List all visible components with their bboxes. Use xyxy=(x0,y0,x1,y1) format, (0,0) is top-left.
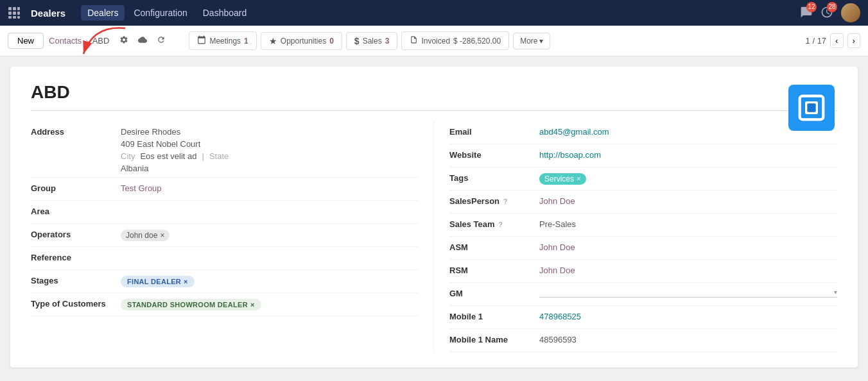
user-avatar[interactable] xyxy=(841,3,860,22)
toolbar: New Contacts › ABD xyxy=(0,26,868,56)
customer-type-name: STANDARD SHOWROOM DEALER xyxy=(127,301,248,309)
opportunities-count: 0 xyxy=(329,37,334,46)
mobile1-label: Mobile 1 xyxy=(449,310,539,321)
address-name[interactable]: Desiree Rhodes xyxy=(121,127,418,137)
pagination: 1 / 17 ‹ › xyxy=(806,33,860,48)
area-field: Area xyxy=(31,201,418,224)
website-value[interactable]: http://bsoap.com xyxy=(539,148,837,160)
top-navigation: Dealers Dealers Configuration Dashboard … xyxy=(0,0,868,26)
state-placeholder: State xyxy=(209,151,229,161)
customer-type-remove-icon[interactable]: × xyxy=(250,301,255,309)
stages-value: FINAL DEALER × xyxy=(121,274,418,287)
meetings-label: Meetings xyxy=(209,37,241,46)
group-value[interactable]: Test Group xyxy=(121,182,418,193)
refresh-icon[interactable] xyxy=(154,34,168,47)
breadcrumb-current: ABD xyxy=(92,36,110,46)
invoiced-button[interactable]: Invoiced $ -286,520.00 xyxy=(401,31,509,50)
activity-icon[interactable]: 28 xyxy=(820,6,833,21)
group-field: Group Test Group xyxy=(31,178,418,201)
rsm-value[interactable]: John Doe xyxy=(539,264,837,275)
svg-rect-5 xyxy=(17,12,20,15)
meetings-button[interactable]: Meetings 1 xyxy=(189,31,256,50)
sales-team-value: Pre-Sales xyxy=(539,217,837,229)
settings-icon[interactable] xyxy=(117,34,131,47)
operator-remove-icon[interactable]: × xyxy=(160,231,164,240)
pagination-next[interactable]: › xyxy=(847,33,860,48)
nav-dealers[interactable]: Dealers xyxy=(81,5,125,21)
address-city-row: City Eos est velit ad | State xyxy=(121,151,418,161)
address-country: Albania xyxy=(121,164,418,173)
tag-remove-icon[interactable]: × xyxy=(577,174,581,183)
svg-rect-2 xyxy=(17,7,20,10)
cloud-icon[interactable] xyxy=(135,34,150,47)
svg-rect-4 xyxy=(13,12,16,15)
address-street[interactable]: 409 East Nobel Court xyxy=(121,139,418,149)
breadcrumb: Contacts › ABD xyxy=(49,36,109,46)
asm-label: ASM xyxy=(449,241,539,252)
pagination-prev[interactable]: ‹ xyxy=(830,33,843,48)
stage-badge: FINAL DEALER × xyxy=(121,276,195,287)
messages-badge: 12 xyxy=(806,2,817,12)
reference-field: Reference xyxy=(31,247,418,270)
svg-rect-6 xyxy=(8,16,12,19)
opportunities-label: Opportunities xyxy=(281,37,326,46)
group-label: Group xyxy=(31,182,121,193)
opportunities-button[interactable]: ★ Opportunities 0 xyxy=(261,32,342,50)
svg-rect-3 xyxy=(8,12,12,15)
sales-team-help-icon: ? xyxy=(498,221,503,228)
record-title: ABD xyxy=(31,82,837,111)
email-field: Email abd45@gmail.com xyxy=(449,121,837,144)
tags-field: Tags Services × xyxy=(449,167,837,190)
type-of-customers-value: STANDARD SHOWROOM DEALER × xyxy=(121,297,418,310)
stages-label: Stages xyxy=(31,274,121,285)
calendar-icon xyxy=(197,35,206,46)
area-value[interactable] xyxy=(121,205,418,207)
nav-dashboard[interactable]: Dashboard xyxy=(196,5,254,21)
stage-remove-icon[interactable]: × xyxy=(184,278,188,285)
breadcrumb-contacts[interactable]: Contacts xyxy=(49,36,82,46)
more-button[interactable]: More ▾ xyxy=(513,33,550,49)
reference-label: Reference xyxy=(31,251,121,262)
svg-rect-0 xyxy=(8,7,12,10)
nav-configuration[interactable]: Configuration xyxy=(127,5,193,21)
meetings-count: 1 xyxy=(244,37,248,46)
sales-button[interactable]: $ Sales 3 xyxy=(346,32,398,50)
website-field: Website http://bsoap.com xyxy=(449,144,837,167)
invoiced-amount: $ -286,520.00 xyxy=(453,37,501,46)
tags-label: Tags xyxy=(449,171,539,183)
action-buttons: Meetings 1 ★ Opportunities 0 $ Sales 3 I… xyxy=(189,31,550,50)
pagination-text: 1 / 17 xyxy=(806,36,827,46)
sales-count: 3 xyxy=(385,37,390,46)
stages-field: Stages FINAL DEALER × xyxy=(31,270,418,293)
address-state-sep: | xyxy=(202,151,204,161)
new-button[interactable]: New xyxy=(8,33,44,49)
form-grid: Address Desiree Rhodes 409 East Nobel Co… xyxy=(31,121,837,352)
address-label: Address xyxy=(31,125,121,137)
svg-rect-1 xyxy=(13,7,16,10)
type-of-customers-label: Type of Customers xyxy=(31,297,121,309)
reference-value[interactable] xyxy=(121,251,418,253)
gm-value[interactable]: ▾ xyxy=(539,287,837,298)
stage-name: FINAL DEALER xyxy=(127,278,181,285)
customer-badge: STANDARD SHOWROOM DEALER × xyxy=(121,299,261,310)
gm-dropdown-icon: ▾ xyxy=(834,289,837,296)
svg-rect-7 xyxy=(13,16,16,19)
main-nav: Dealers Configuration Dashboard xyxy=(81,5,253,21)
app-grid-icon[interactable] xyxy=(8,6,21,19)
rsm-field: RSM John Doe xyxy=(449,260,837,283)
activity-badge: 28 xyxy=(827,2,837,12)
mobile1-value[interactable]: 478968525 xyxy=(539,310,837,321)
sales-label: Sales xyxy=(363,37,382,46)
main-content: ABD Address Desiree Rhodes 409 East Nobe… xyxy=(10,67,858,368)
address-field: Address Desiree Rhodes 409 East Nobel Co… xyxy=(31,121,418,178)
mobile1-name-field: Mobile 1 Name 48596593 xyxy=(449,329,837,352)
tag-name: Services xyxy=(544,174,574,183)
sales-team-field: Sales Team ? Pre-Sales xyxy=(449,214,837,237)
email-label: Email xyxy=(449,125,539,137)
asm-value[interactable]: John Doe xyxy=(539,241,837,252)
messages-icon[interactable]: 12 xyxy=(800,6,813,21)
type-of-customers-field: Type of Customers STANDARD SHOWROOM DEAL… xyxy=(31,293,418,316)
more-chevron-icon: ▾ xyxy=(539,37,543,46)
salesperson-value[interactable]: John Doe xyxy=(539,194,837,206)
salesperson-label: SalesPerson ? xyxy=(449,194,539,206)
